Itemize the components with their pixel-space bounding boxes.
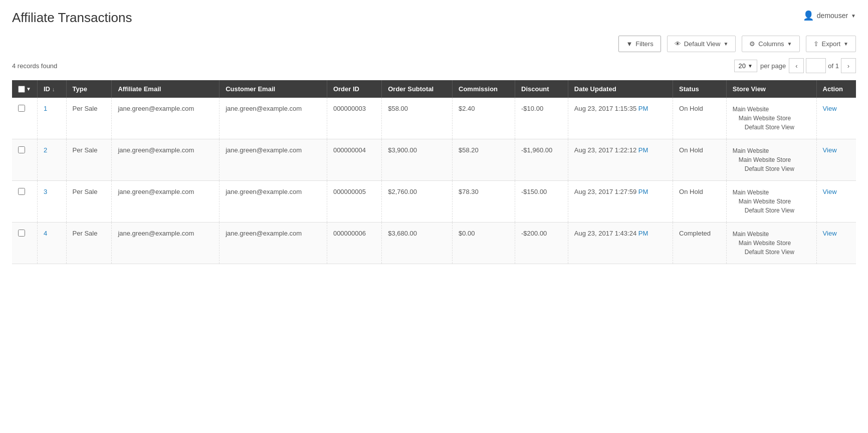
commission-column-header[interactable]: Commission	[453, 80, 515, 98]
row-action: View	[816, 181, 856, 223]
of-total-label: of 1	[828, 62, 839, 70]
row-action: View	[816, 223, 856, 264]
row-checkbox-4[interactable]	[18, 230, 25, 237]
row-order-id: 000000004	[327, 139, 381, 181]
table-row: 4 Per Sale jane.green@example.com jane.g…	[12, 223, 856, 264]
id-link[interactable]: 2	[44, 146, 47, 154]
row-store-view: Main WebsiteMain Website StoreDefault St…	[726, 139, 816, 181]
funnel-icon: ▼	[626, 40, 632, 48]
order-id-column-header[interactable]: Order ID	[327, 80, 381, 98]
row-id: 3	[37, 181, 66, 223]
row-status: On Hold	[673, 139, 727, 181]
row-affiliate-email: jane.green@example.com	[112, 98, 220, 139]
username-label: demouser	[817, 12, 848, 20]
row-commission: $78.30	[453, 181, 515, 223]
row-checkbox-3[interactable]	[18, 188, 25, 195]
export-chevron-icon: ▼	[843, 41, 848, 47]
page-number-input[interactable]: 1	[806, 58, 826, 73]
row-affiliate-email: jane.green@example.com	[112, 139, 220, 181]
row-discount: -$10.00	[515, 98, 568, 139]
row-type: Per Sale	[66, 223, 112, 264]
order-subtotal-column-header[interactable]: Order Subtotal	[382, 80, 453, 98]
date-pm-link: PM	[638, 230, 648, 237]
id-link[interactable]: 3	[44, 188, 47, 195]
row-date-updated: Aug 23, 2017 1:43:24 PM	[568, 223, 673, 264]
eye-icon: 👁	[675, 40, 681, 48]
row-commission: $2.40	[453, 98, 515, 139]
row-checkbox-cell[interactable]	[12, 223, 37, 264]
row-status: On Hold	[673, 181, 727, 223]
status-column-header[interactable]: Status	[673, 80, 727, 98]
row-checkbox-cell[interactable]	[12, 139, 37, 181]
row-discount: -$1,960.00	[515, 139, 568, 181]
id-link[interactable]: 4	[44, 230, 47, 237]
discount-column-header[interactable]: Discount	[515, 80, 568, 98]
table-header-row: ▼ ID ↓ Type Affiliate Email Customer Ema…	[12, 80, 856, 98]
row-checkbox-cell[interactable]	[12, 98, 37, 139]
columns-button[interactable]: ⚙ Columns ▼	[742, 36, 799, 52]
row-id: 2	[37, 139, 66, 181]
row-id: 4	[37, 223, 66, 264]
export-icon: ⇧	[813, 40, 819, 48]
gear-icon: ⚙	[749, 40, 755, 48]
row-checkbox-1[interactable]	[18, 105, 25, 112]
row-order-id: 000000005	[327, 181, 381, 223]
date-updated-column-header[interactable]: Date Updated	[568, 80, 673, 98]
type-column-header[interactable]: Type	[66, 80, 112, 98]
row-commission: $58.20	[453, 139, 515, 181]
row-commission: $0.00	[453, 223, 515, 264]
toolbar: ▼ Filters 👁 Default View ▼ ⚙ Columns ▼ ⇧…	[12, 36, 856, 52]
row-customer-email: jane.green@example.com	[220, 223, 327, 264]
per-page-select[interactable]: 20 ▼	[734, 60, 757, 72]
user-chevron-icon: ▼	[851, 13, 856, 19]
id-link[interactable]: 1	[44, 105, 47, 112]
export-button[interactable]: ⇧ Export ▼	[806, 36, 856, 52]
row-store-view: Main WebsiteMain Website StoreDefault St…	[726, 98, 816, 139]
row-customer-email: jane.green@example.com	[220, 98, 327, 139]
columns-chevron-icon: ▼	[787, 41, 792, 47]
row-order-subtotal: $2,760.00	[382, 181, 453, 223]
view-link[interactable]: View	[823, 230, 837, 237]
view-link[interactable]: View	[823, 105, 837, 112]
date-pm-link: PM	[638, 188, 648, 195]
export-label: Export	[822, 40, 841, 48]
user-icon: 👤	[803, 10, 814, 21]
per-page-value: 20	[739, 62, 746, 70]
row-status: Completed	[673, 223, 727, 264]
affiliate-email-column-header[interactable]: Affiliate Email	[112, 80, 220, 98]
row-type: Per Sale	[66, 181, 112, 223]
per-page-chevron-icon: ▼	[748, 63, 753, 69]
id-column-header[interactable]: ID ↓	[37, 80, 66, 98]
select-all-checkbox[interactable]	[18, 86, 25, 93]
transactions-table: ▼ ID ↓ Type Affiliate Email Customer Ema…	[12, 80, 856, 264]
sort-icon: ↓	[52, 86, 55, 92]
table-row: 1 Per Sale jane.green@example.com jane.g…	[12, 98, 856, 139]
next-page-button[interactable]: ›	[841, 58, 856, 73]
default-view-button[interactable]: 👁 Default View ▼	[667, 36, 736, 52]
per-page-label: per page	[760, 62, 786, 70]
table-row: 3 Per Sale jane.green@example.com jane.g…	[12, 181, 856, 223]
user-menu[interactable]: 👤 demouser ▼	[803, 10, 856, 21]
date-pm-link: PM	[638, 105, 648, 112]
row-action: View	[816, 98, 856, 139]
columns-label: Columns	[758, 40, 784, 48]
view-link[interactable]: View	[823, 188, 837, 195]
store-view-column-header[interactable]: Store View	[726, 80, 816, 98]
row-type: Per Sale	[66, 139, 112, 181]
records-count: 4 records found	[12, 62, 57, 70]
row-order-id: 000000006	[327, 223, 381, 264]
view-link[interactable]: View	[823, 146, 837, 154]
select-all-chevron-icon[interactable]: ▼	[26, 86, 31, 92]
customer-email-column-header[interactable]: Customer Email	[220, 80, 327, 98]
select-all-header[interactable]: ▼	[12, 80, 37, 98]
records-bar: 4 records found 20 ▼ per page ‹ 1 of 1 ›	[12, 58, 856, 73]
prev-page-button[interactable]: ‹	[789, 58, 804, 73]
row-order-id: 000000003	[327, 98, 381, 139]
row-order-subtotal: $58.00	[382, 98, 453, 139]
row-type: Per Sale	[66, 98, 112, 139]
row-checkbox-cell[interactable]	[12, 181, 37, 223]
page-title: Affiliate Transactions	[12, 10, 132, 26]
row-action: View	[816, 139, 856, 181]
filters-button[interactable]: ▼ Filters	[618, 36, 661, 52]
row-checkbox-2[interactable]	[18, 146, 25, 153]
